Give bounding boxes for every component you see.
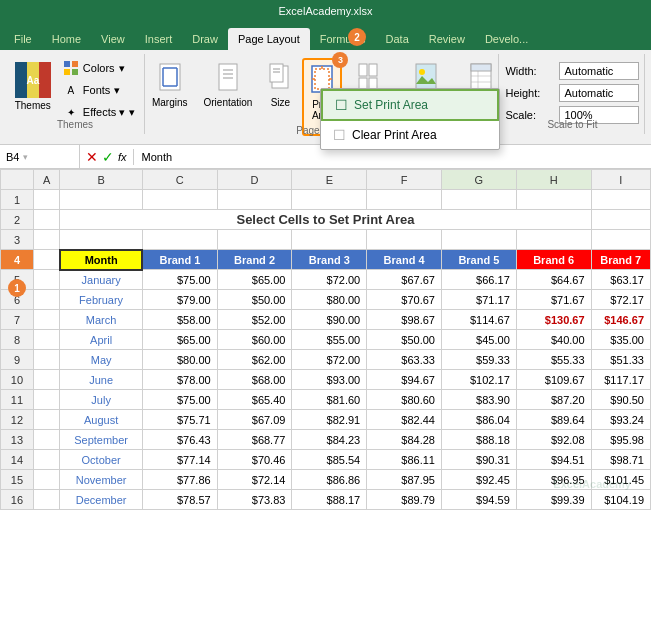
cell-g10[interactable]: $102.17 [441,370,516,390]
cell-h7[interactable]: $130.67 [516,310,591,330]
cell-c12[interactable]: $75.71 [142,410,217,430]
cell-brand6-header[interactable]: Brand 6 [516,250,591,270]
cell-d9[interactable]: $62.00 [217,350,292,370]
row-header-1[interactable]: 1 [1,190,34,210]
height-input[interactable] [559,84,639,102]
cell-d11[interactable]: $65.40 [217,390,292,410]
cell-b13[interactable]: September [60,430,142,450]
cell-e15[interactable]: $86.86 [292,470,367,490]
cell-g7[interactable]: $114.67 [441,310,516,330]
cell-e8[interactable]: $55.00 [292,330,367,350]
cell-b3[interactable] [60,230,142,250]
cell-a10[interactable] [33,370,59,390]
cell-i7[interactable]: $146.67 [591,310,650,330]
orientation-button[interactable]: Orientation [198,58,259,112]
cell-a15[interactable] [33,470,59,490]
cell-e5[interactable]: $72.00 [292,270,367,290]
tab-page-layout[interactable]: Page Layout [228,28,310,50]
cell-e1[interactable] [292,190,367,210]
cell-f9[interactable]: $63.33 [367,350,442,370]
cell-a14[interactable] [33,450,59,470]
cell-e14[interactable]: $85.54 [292,450,367,470]
cell-i6[interactable]: $72.17 [591,290,650,310]
row-header-13[interactable]: 13 [1,430,34,450]
cell-i13[interactable]: $95.98 [591,430,650,450]
cell-i8[interactable]: $35.00 [591,330,650,350]
cell-a9[interactable] [33,350,59,370]
cell-i11[interactable]: $90.50 [591,390,650,410]
cell-reference[interactable]: B4 ▾ [0,145,80,168]
cell-g1[interactable] [441,190,516,210]
cell-d1[interactable] [217,190,292,210]
cell-e12[interactable]: $82.91 [292,410,367,430]
cell-g5[interactable]: $66.17 [441,270,516,290]
cell-f12[interactable]: $82.44 [367,410,442,430]
row-header-4[interactable]: 4 [1,250,34,270]
cell-d7[interactable]: $52.00 [217,310,292,330]
cell-a2[interactable] [33,210,59,230]
cell-g11[interactable]: $83.90 [441,390,516,410]
col-header-g[interactable]: G [441,170,516,190]
row-header-9[interactable]: 9 [1,350,34,370]
cell-g12[interactable]: $86.04 [441,410,516,430]
cell-e7[interactable]: $90.00 [292,310,367,330]
cell-g8[interactable]: $45.00 [441,330,516,350]
cell-f16[interactable]: $89.79 [367,490,442,510]
row-header-10[interactable]: 10 [1,370,34,390]
cell-h6[interactable]: $71.67 [516,290,591,310]
cell-h8[interactable]: $40.00 [516,330,591,350]
fonts-button[interactable]: A Fonts ▾ [59,80,139,100]
cell-a3[interactable] [33,230,59,250]
cell-h1[interactable] [516,190,591,210]
cell-brand7-header[interactable]: Brand 7 [591,250,650,270]
cell-g16[interactable]: $94.59 [441,490,516,510]
cell-c16[interactable]: $78.57 [142,490,217,510]
col-header-a[interactable]: A [33,170,59,190]
colors-button[interactable]: Colors ▾ [59,58,139,78]
cell-i16[interactable]: $104.19 [591,490,650,510]
cell-d3[interactable] [217,230,292,250]
cell-b12[interactable]: August [60,410,142,430]
width-input[interactable] [559,62,639,80]
cell-d10[interactable]: $68.00 [217,370,292,390]
cell-b7[interactable]: March [60,310,142,330]
col-header-i[interactable]: I [591,170,650,190]
cell-i9[interactable]: $51.33 [591,350,650,370]
row-header-16[interactable]: 16 [1,490,34,510]
insert-function-icon[interactable]: fx [118,151,127,163]
cell-brand3-header[interactable]: Brand 3 [292,250,367,270]
cell-b16[interactable]: December [60,490,142,510]
col-header-b[interactable]: B [60,170,142,190]
col-header-e[interactable]: E [292,170,367,190]
cell-h13[interactable]: $92.08 [516,430,591,450]
cell-f14[interactable]: $86.11 [367,450,442,470]
cell-b11[interactable]: July [60,390,142,410]
cell-brand1-header[interactable]: Brand 1 [142,250,217,270]
cell-e10[interactable]: $93.00 [292,370,367,390]
cell-e16[interactable]: $88.17 [292,490,367,510]
cell-e6[interactable]: $80.00 [292,290,367,310]
cell-month-header[interactable]: Month [60,250,142,270]
cell-c14[interactable]: $77.14 [142,450,217,470]
cell-g3[interactable] [441,230,516,250]
col-header-f[interactable]: F [367,170,442,190]
cell-c8[interactable]: $65.00 [142,330,217,350]
cell-a13[interactable] [33,430,59,450]
cell-brand2-header[interactable]: Brand 2 [217,250,292,270]
cell-i10[interactable]: $117.17 [591,370,650,390]
cell-f8[interactable]: $50.00 [367,330,442,350]
row-header-8[interactable]: 8 [1,330,34,350]
cell-h11[interactable]: $87.20 [516,390,591,410]
cell-b10[interactable]: June [60,370,142,390]
col-header-d[interactable]: D [217,170,292,190]
cell-f5[interactable]: $67.67 [367,270,442,290]
cell-b9[interactable]: May [60,350,142,370]
cell-h14[interactable]: $94.51 [516,450,591,470]
tab-draw[interactable]: Draw [182,28,228,50]
cell-e3[interactable] [292,230,367,250]
cell-e13[interactable]: $84.23 [292,430,367,450]
cell-b1[interactable] [60,190,142,210]
cell-d14[interactable]: $70.46 [217,450,292,470]
cell-i12[interactable]: $93.24 [591,410,650,430]
cell-h3[interactable] [516,230,591,250]
